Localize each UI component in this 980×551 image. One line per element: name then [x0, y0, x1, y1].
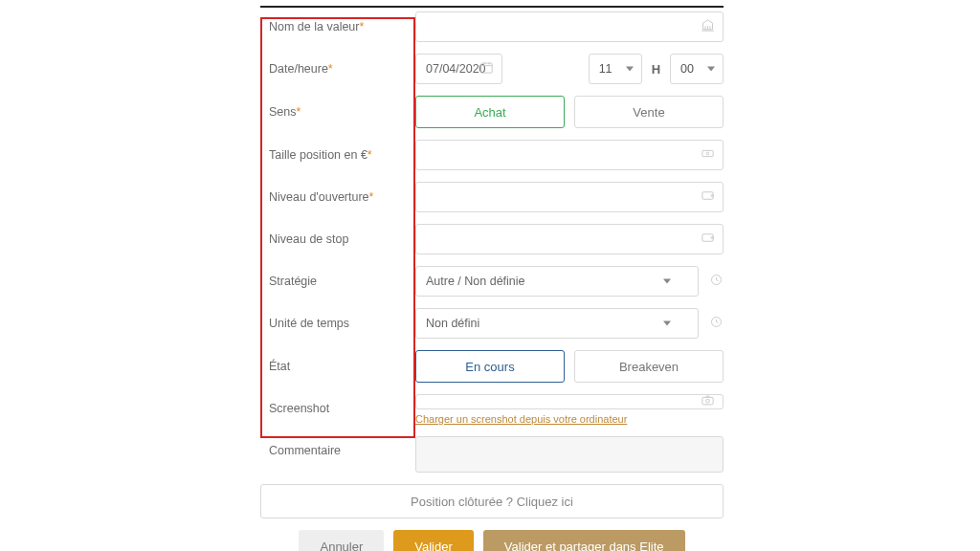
- top-divider: [260, 6, 724, 8]
- label-text: Niveau d'ouverture: [269, 190, 369, 204]
- label-direction: Sens*: [260, 105, 415, 120]
- direction-sell-button[interactable]: Vente: [574, 96, 724, 128]
- label-open-level: Niveau d'ouverture*: [260, 190, 415, 205]
- strategy-value: Autre / Non définie: [426, 275, 525, 288]
- form-container: Nom de la valeur* Date/heure* 07/04/2020: [260, 11, 724, 551]
- cancel-label: Annuler: [320, 540, 363, 552]
- label-state: État: [260, 360, 415, 374]
- required-marker: *: [369, 190, 374, 204]
- label-text: Nom de la valeur: [269, 20, 360, 33]
- clock-icon: [708, 273, 724, 290]
- position-size-input[interactable]: [415, 140, 724, 170]
- row-state: État En cours Breakeven: [260, 350, 724, 383]
- screenshot-upload-link[interactable]: Charger un screnshot depuis votre ordina…: [415, 413, 724, 425]
- row-position-size: Taille position en €*: [260, 140, 724, 170]
- cancel-button[interactable]: Annuler: [299, 530, 384, 551]
- label-timeframe: Unité de temps: [260, 317, 415, 331]
- row-value-name: Nom de la valeur*: [260, 11, 724, 42]
- row-screenshot: Screenshot Charger un screnshot depuis v…: [260, 394, 724, 425]
- state-breakeven-button[interactable]: Breakeven: [574, 350, 724, 383]
- comment-textarea[interactable]: [415, 436, 724, 473]
- row-stop-level: Niveau de stop: [260, 224, 724, 254]
- direction-buy-button[interactable]: Achat: [415, 96, 565, 128]
- strategy-select[interactable]: Autre / Non définie: [415, 266, 699, 297]
- buy-label: Achat: [474, 105, 505, 120]
- label-text: Sens: [269, 105, 297, 119]
- label-value-name: Nom de la valeur*: [260, 20, 415, 34]
- sell-label: Vente: [633, 105, 664, 120]
- label-text: Niveau de stop: [269, 232, 348, 246]
- clock-icon: [708, 315, 724, 332]
- caret-down-icon: [663, 279, 671, 284]
- row-datetime: Date/heure* 07/04/2020 11 H 00: [260, 54, 724, 84]
- actions-row: Annuler Valider Valider et partager dans…: [260, 530, 724, 551]
- hour-value: 11: [599, 62, 612, 76]
- required-marker: *: [328, 62, 333, 76]
- date-value: 07/04/2020: [426, 62, 486, 76]
- caret-down-icon: [626, 67, 634, 72]
- label-text: Date/heure: [269, 62, 328, 76]
- row-open-level: Niveau d'ouverture*: [260, 182, 724, 212]
- label-text: Screenshot: [269, 402, 329, 415]
- closed-bar-text: Position clôturée ? Cliquez ici: [411, 495, 573, 509]
- required-marker: *: [297, 105, 301, 119]
- label-text: Taille position en €: [269, 148, 368, 162]
- row-strategy: Stratégie Autre / Non définie: [260, 266, 724, 297]
- state-ongoing-button[interactable]: En cours: [415, 350, 565, 383]
- screenshot-input[interactable]: [415, 394, 724, 409]
- label-text: État: [269, 360, 290, 373]
- validate-elite-label: Valider et partager dans Elite: [504, 540, 664, 552]
- open-level-input[interactable]: [415, 182, 724, 212]
- validate-label: Valider: [414, 540, 453, 552]
- row-comment: Commentaire: [260, 436, 724, 473]
- timeframe-value: Non défini: [426, 317, 479, 330]
- label-comment: Commentaire: [260, 436, 415, 458]
- stop-level-input[interactable]: [415, 224, 724, 254]
- label-text: Commentaire: [269, 444, 341, 457]
- required-marker: *: [368, 148, 372, 162]
- label-position-size: Taille position en €*: [260, 148, 415, 163]
- row-direction: Sens* Achat Vente: [260, 96, 724, 128]
- label-stop-level: Niveau de stop: [260, 232, 415, 247]
- position-closed-bar[interactable]: Position clôturée ? Cliquez ici: [260, 484, 724, 518]
- label-strategy: Stratégie: [260, 275, 415, 289]
- breakeven-label: Breakeven: [619, 360, 679, 374]
- required-marker: *: [360, 20, 365, 33]
- label-datetime: Date/heure*: [260, 62, 415, 77]
- minute-value: 00: [680, 62, 694, 76]
- label-screenshot: Screenshot: [260, 394, 415, 416]
- label-text: Stratégie: [269, 275, 317, 288]
- date-input[interactable]: 07/04/2020: [415, 54, 502, 84]
- value-name-input[interactable]: [415, 11, 724, 42]
- ongoing-label: En cours: [465, 360, 514, 374]
- timeframe-select[interactable]: Non défini: [415, 308, 699, 339]
- hour-select[interactable]: 11: [589, 54, 642, 84]
- hour-minute-separator: H: [652, 62, 660, 77]
- caret-down-icon: [663, 321, 671, 326]
- caret-down-icon: [707, 67, 715, 72]
- minute-select[interactable]: 00: [670, 54, 724, 84]
- validate-button[interactable]: Valider: [393, 530, 474, 551]
- validate-elite-button[interactable]: Valider et partager dans Elite: [483, 530, 685, 551]
- row-timeframe: Unité de temps Non défini: [260, 308, 724, 339]
- label-text: Unité de temps: [269, 317, 349, 330]
